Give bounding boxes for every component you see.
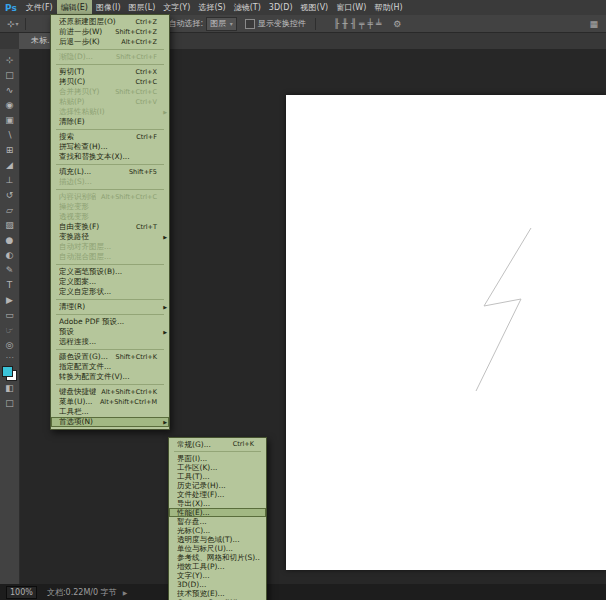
edit-menu-item[interactable]: 拼写检查(H)... xyxy=(51,142,169,152)
preferences-submenu-item[interactable]: 技术预览(E)... xyxy=(169,589,266,598)
edit-menu-item[interactable]: 拷贝(C)Ctrl+C xyxy=(51,77,169,87)
edit-menu-item[interactable]: 颜色设置(G)...Shift+Ctrl+K xyxy=(51,352,169,362)
tool-preset-icon[interactable]: ⊹ xyxy=(7,19,15,29)
menubar-item[interactable]: 选择(S) xyxy=(194,0,229,15)
preferences-submenu-item[interactable]: 3D(D)... xyxy=(169,580,266,589)
edit-menu-item[interactable]: 指定配置文件... xyxy=(51,362,169,372)
align-left-icon[interactable]: ╟ xyxy=(334,19,339,29)
show-transform-checkbox[interactable] xyxy=(245,19,255,29)
quick-mask-icon[interactable]: ◧ xyxy=(0,381,19,396)
zoom-tool[interactable]: ◎ xyxy=(0,338,19,353)
edit-menu-item[interactable]: 转换为配置文件(V)... xyxy=(51,372,169,382)
align-bottom-icon[interactable]: ╧ xyxy=(376,19,381,29)
type-tool[interactable]: T xyxy=(0,278,19,293)
workspace-icon[interactable]: ▦ xyxy=(589,19,598,29)
align-center-v-icon[interactable]: ╪ xyxy=(368,19,373,29)
preferences-submenu-item[interactable]: 单位与标尺(U)... xyxy=(169,544,266,553)
menubar-item[interactable]: 文件(F) xyxy=(22,0,57,15)
move-tool[interactable]: ⊹ xyxy=(0,53,19,68)
edit-menu-item: 描边(S)... xyxy=(51,177,169,187)
hand-tool[interactable]: ☞ xyxy=(0,323,19,338)
color-swatches[interactable] xyxy=(2,366,17,381)
align-center-h-icon[interactable]: ╫ xyxy=(342,19,347,29)
edit-menu-item[interactable]: 键盘快捷键...Alt+Shift+Ctrl+K xyxy=(51,387,169,397)
edit-menu-item[interactable]: 远程连接... xyxy=(51,337,169,347)
menu-item-label: 搜索 xyxy=(59,132,131,142)
clone-stamp-tool[interactable]: ⊥ xyxy=(0,173,19,188)
preferences-submenu-item[interactable]: 光标(C)... xyxy=(169,526,266,535)
shape-tool[interactable]: ▭ xyxy=(0,308,19,323)
edit-menu-item[interactable]: 首选项(N)▶ xyxy=(51,417,169,427)
preferences-submenu-item[interactable]: 透明度与色域(T)... xyxy=(169,535,266,544)
edit-menu-item[interactable]: 菜单(U)...Alt+Shift+Ctrl+M xyxy=(51,397,169,407)
pen-tool[interactable]: ✎ xyxy=(0,263,19,278)
preferences-submenu-item[interactable]: 文件处理(F)... xyxy=(169,490,266,499)
edit-menu-item[interactable]: 预设▶ xyxy=(51,327,169,337)
blur-tool[interactable]: ● xyxy=(0,233,19,248)
align-right-icon[interactable]: ╢ xyxy=(351,19,356,29)
menubar-item[interactable]: 图层(L) xyxy=(125,0,160,15)
marquee-tool[interactable]: □ xyxy=(0,68,19,83)
edit-menu-item[interactable]: 还原新建图层(O)Ctrl+Z xyxy=(51,17,169,27)
edit-menu-item[interactable]: 填充(L)...Shift+F5 xyxy=(51,167,169,177)
preferences-submenu-item[interactable]: 文字(Y)... xyxy=(169,571,266,580)
screen-mode-icon[interactable]: □ xyxy=(0,396,19,411)
edit-menu-item[interactable]: 自由变换(F)Ctrl+T xyxy=(51,222,169,232)
align-top-icon[interactable]: ╤ xyxy=(359,19,364,29)
edit-menu-item[interactable]: 清理(R)▶ xyxy=(51,302,169,312)
menubar-item[interactable]: 编辑(E) xyxy=(57,0,92,15)
menu-item-shortcut: Ctrl+T xyxy=(136,222,163,232)
edit-menu-item[interactable]: 定义图案... xyxy=(51,277,169,287)
dodge-tool[interactable]: ◐ xyxy=(0,248,19,263)
edit-toolbar-icon[interactable]: ⋯ xyxy=(0,353,19,363)
preferences-submenu-item[interactable]: 性能(E)... xyxy=(169,508,266,517)
edit-menu-item[interactable]: 定义画笔预设(B)... xyxy=(51,267,169,277)
menubar-item[interactable]: 滤镜(T) xyxy=(230,0,265,15)
preferences-submenu-item[interactable]: 参考线、网格和切片(S)... xyxy=(169,553,266,562)
path-selection-tool[interactable]: ▶ xyxy=(0,293,19,308)
preferences-submenu-item[interactable]: 界面(I)... xyxy=(169,454,266,463)
edit-menu-item[interactable]: 后退一步(K)Alt+Ctrl+Z xyxy=(51,37,169,47)
menubar-item[interactable]: 视图(V) xyxy=(297,0,333,15)
edit-menu-item[interactable]: 前进一步(W)Shift+Ctrl+Z xyxy=(51,27,169,37)
eyedropper-tool[interactable]: ∖ xyxy=(0,128,19,143)
crop-tool[interactable]: ▣ xyxy=(0,113,19,128)
document-canvas[interactable] xyxy=(286,95,606,570)
auto-select-dropdown[interactable]: 图层 ▾ xyxy=(206,17,237,31)
menu-item-label: 菜单(U)... xyxy=(59,397,95,407)
status-flyout-icon[interactable]: ▶ xyxy=(123,589,128,596)
preferences-submenu-item[interactable]: 工具(T)... xyxy=(169,472,266,481)
healing-brush-tool[interactable]: ⊞ xyxy=(0,143,19,158)
history-brush-tool[interactable]: ↺ xyxy=(0,188,19,203)
preferences-submenu-item[interactable]: 暂存盘... xyxy=(169,517,266,526)
preferences-submenu-item[interactable]: 历史记录(H)... xyxy=(169,481,266,490)
quick-selection-tool[interactable]: ◉ xyxy=(0,98,19,113)
brush-tool[interactable]: ◢ xyxy=(0,158,19,173)
foreground-color-swatch[interactable] xyxy=(2,366,13,377)
edit-menu-item[interactable]: 定义自定形状... xyxy=(51,287,169,297)
menubar-item[interactable]: 窗口(W) xyxy=(332,0,370,15)
lasso-tool[interactable]: ∿ xyxy=(0,83,19,98)
preferences-submenu-item[interactable]: 导出(X)... xyxy=(169,499,266,508)
edit-menu-item[interactable]: 剪切(T)Ctrl+X xyxy=(51,67,169,77)
edit-menu-item[interactable]: 工具栏... xyxy=(51,407,169,417)
menubar-item[interactable]: 图像(I) xyxy=(92,0,125,15)
menubar-item[interactable]: 文字(Y) xyxy=(159,0,194,15)
preferences-submenu-item[interactable]: 增效工具(P)... xyxy=(169,562,266,571)
preferences-submenu-item[interactable]: 工作区(K)... xyxy=(169,463,266,472)
zoom-level-field[interactable]: 100% xyxy=(6,586,37,599)
edit-menu-item[interactable]: 变换路径▶ xyxy=(51,232,169,242)
edit-menu-item[interactable]: Adobe PDF 预设... xyxy=(51,317,169,327)
gradient-tool[interactable]: ▨ xyxy=(0,218,19,233)
edit-menu-item[interactable]: 查找和替换文本(X)... xyxy=(51,152,169,162)
eraser-tool[interactable]: ▱ xyxy=(0,203,19,218)
preferences-submenu-item[interactable]: 常规(G)...Ctrl+K xyxy=(169,440,266,449)
tool-preset-caret-icon[interactable]: ▾ xyxy=(16,20,19,27)
edit-menu-item[interactable]: 清除(E) xyxy=(51,117,169,127)
menubar-item[interactable]: 帮助(H) xyxy=(370,0,406,15)
menubar-item[interactable]: 3D(D) xyxy=(265,0,297,15)
menu-item-label: 清理(R) xyxy=(59,302,163,312)
edit-menu-item[interactable]: 搜索Ctrl+F xyxy=(51,132,169,142)
submenu-arrow-icon: ▶ xyxy=(163,417,167,427)
gear-icon[interactable]: ⚙ xyxy=(393,19,401,29)
